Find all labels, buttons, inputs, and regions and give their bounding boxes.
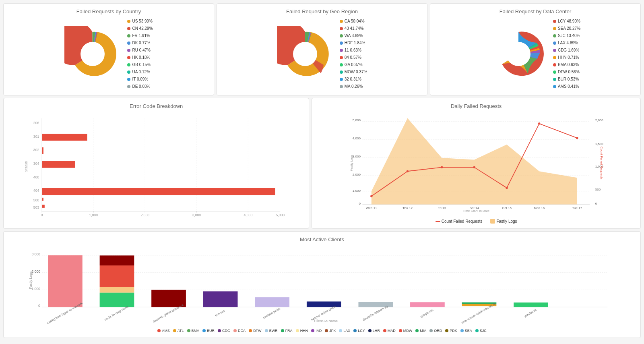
bottom-legend-item: PDK [445, 329, 457, 333]
legend-item: SEA 28.27% [553, 25, 580, 32]
legend-item: DFW 0.56% [553, 68, 580, 76]
daily-svg: 5,000 4,000 3,000 2,000 1,000 0 2,000 1,… [317, 112, 636, 217]
bottom-legend-item: SJC [475, 329, 487, 333]
bar-client-2-top [100, 287, 134, 292]
geo-pie-container: CA 50.04%43 41.74%WA 3.89%HDF 1.84%11 0.… [222, 18, 422, 90]
legend-item: BUR 0.53% [553, 76, 580, 83]
svg-text:500: 500 [33, 198, 39, 202]
country-pie [64, 26, 121, 82]
bar-client-5 [255, 297, 289, 307]
bar-client-7 [358, 302, 393, 307]
bottom-legend-item: DCA [233, 329, 246, 333]
legend-item: UA 0.12% [127, 68, 153, 76]
svg-point-60 [473, 166, 475, 168]
svg-point-61 [506, 187, 508, 189]
svg-text:Count Failed Requests: Count Failed Requests [600, 147, 603, 180]
legend-item: AMS 0.41% [553, 83, 580, 90]
svg-text:Oct 15: Oct 15 [502, 206, 512, 210]
legend-item: 11 0.63% [340, 47, 367, 54]
geo-legend: CA 50.04%43 41.74%WA 3.89%HDF 1.84%11 0.… [340, 18, 367, 90]
svg-text:Fri 13: Fri 13 [438, 206, 446, 210]
bottom-legend-item: MIA [415, 329, 426, 333]
legend-item: CA 50.04% [340, 18, 367, 25]
bottom-legend-item: BMA [187, 329, 200, 333]
svg-text:1,000: 1,000 [89, 213, 98, 217]
bar-404 [42, 188, 275, 195]
svg-text:5,000: 5,000 [353, 118, 361, 122]
svg-point-1 [293, 42, 317, 66]
legend-item: BMA 0.63% [553, 61, 580, 68]
legend-item: 84 0.57% [340, 54, 367, 61]
fastly-logs-area [372, 118, 577, 204]
legend-item: SJC 13.40% [553, 32, 580, 39]
mostactive-chart: 3,000 2,000 1,000 0 Fastly Logs Client A… [8, 246, 636, 326]
svg-text:2,000: 2,000 [140, 213, 149, 217]
svg-text:500: 500 [595, 188, 601, 191]
svg-text:0: 0 [359, 202, 361, 205]
legend-item: WA 3.89% [340, 32, 367, 39]
svg-text:Sat 14: Sat 14 [470, 206, 479, 210]
legend-item: MOW 0.37% [340, 68, 367, 76]
bottom-legend-item: EWR [265, 329, 278, 333]
daily-card: Daily Failed Requests 5,000 4,000 3,000 … [312, 98, 641, 229]
svg-text:2,000: 2,000 [353, 173, 361, 176]
legend-item: DK 0.77% [127, 39, 153, 47]
bar-client-6 [307, 301, 341, 307]
svg-point-0 [80, 42, 105, 66]
svg-point-62 [538, 122, 540, 124]
bottom-legend-item: DFW [249, 329, 262, 333]
geo-title: Failed Request by Geo Region [222, 8, 422, 15]
svg-text:Wed 11: Wed 11 [366, 206, 377, 210]
bottom-legend-item: IAD [311, 329, 322, 333]
bottom-legend-item: BUR [202, 329, 215, 333]
geo-pie [277, 26, 333, 82]
bottom-legend-item: JFK [325, 329, 336, 333]
datacenter-card: Failed Request by Data Center [430, 3, 641, 95]
legend-item: DE 0.03% [127, 83, 153, 90]
legend-item: GA 0.37% [340, 61, 367, 68]
svg-text:1,500: 1,500 [595, 142, 604, 146]
svg-text:ovh sas: ovh sas [215, 309, 225, 317]
svg-text:Fastly Logs: Fastly Logs [29, 271, 33, 289]
svg-text:yandex llc: yandex llc [524, 308, 537, 318]
svg-text:4,000: 4,000 [244, 213, 253, 217]
mostactive-title: Most Active Clients [8, 236, 636, 242]
svg-text:206: 206 [33, 121, 39, 125]
svg-text:2,000: 2,000 [32, 269, 41, 274]
bar-client-2-dark [100, 255, 134, 265]
svg-text:5,000: 5,000 [276, 213, 285, 217]
datacenter-title: Failed Request by Data Center [435, 8, 636, 15]
bar-503 [42, 205, 45, 208]
svg-text:400: 400 [33, 175, 39, 179]
errorcode-svg: 206 301 302 304 400 404 500 503 0 1,000 [8, 112, 304, 217]
bottom-legend-item: CDG [218, 329, 230, 333]
legend-item: LCY 48.90% [553, 18, 580, 25]
mostactive-card: Most Active Clients 3,000 2,000 1,000 0 … [3, 231, 641, 338]
svg-text:4,000: 4,000 [353, 137, 361, 140]
daily-chart: 5,000 4,000 3,000 2,000 1,000 0 2,000 1,… [317, 112, 636, 217]
svg-text:3,000: 3,000 [192, 213, 201, 217]
svg-point-2 [506, 42, 530, 66]
bar-301 [42, 134, 87, 141]
bottom-legend-item: ATL [173, 329, 184, 333]
legend-item: GB 0.15% [127, 61, 153, 68]
country-title: Failed Requests by Country [8, 8, 209, 15]
svg-point-57 [370, 195, 372, 197]
errorcode-title: Error Code Breakdown [8, 103, 304, 109]
bottom-legend-item: FRA [281, 329, 293, 333]
bottom-legend-item: LHR [368, 329, 380, 333]
bar-500 [42, 198, 43, 201]
legend-item: RU 0.47% [127, 47, 153, 54]
legend-item: HHN 0.71% [553, 54, 580, 61]
errorcode-chart: 206 301 302 304 400 404 500 503 0 1,000 [8, 112, 304, 217]
bar-client-1 [48, 255, 83, 307]
svg-text:301: 301 [33, 135, 39, 139]
svg-text:2,000: 2,000 [595, 118, 604, 122]
daily-legend: Count Failed Requests Fastly Logs [317, 219, 636, 224]
dc-legend: LCY 48.90%SEA 28.27%SJC 13.40%LAX 4.89%C… [553, 18, 580, 90]
country-legend: US 53.99%CN 42.29%FR 1.91%DK 0.77%RU 0.4… [127, 18, 153, 90]
bar-client-8 [410, 302, 445, 307]
bottom-legend-row: AMSATLBMABURCDGDCADFWEWRFRAHHNIADJFKLAXL… [8, 329, 636, 333]
daily-title: Daily Failed Requests [317, 103, 636, 109]
dashboard: Failed Requests by Country [0, 0, 644, 341]
